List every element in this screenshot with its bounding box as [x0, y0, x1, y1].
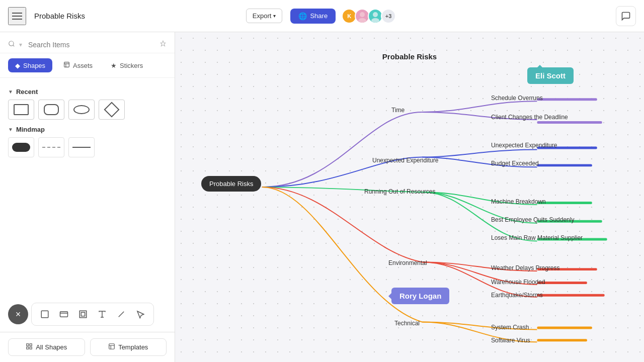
grid-icon — [26, 343, 33, 351]
rory-logan-tooltip: Rory Logan — [391, 288, 449, 304]
mindmap-solid-line[interactable] — [68, 137, 95, 157]
svg-point-2 — [373, 12, 378, 17]
assets-icon — [63, 61, 70, 69]
svg-rect-8 — [27, 347, 29, 349]
svg-rect-15 — [537, 98, 597, 101]
templates-button[interactable]: Templates — [90, 338, 167, 356]
svg-rect-18 — [537, 164, 592, 166]
tab-shapes[interactable]: ◆ Shapes — [8, 58, 52, 72]
eli-scott-tooltip: Eli Scott — [527, 67, 574, 84]
mindmap-dashed-line[interactable] — [38, 137, 64, 157]
center-node[interactable]: Probable Risks — [201, 176, 261, 192]
svg-rect-11 — [41, 311, 48, 318]
text-tool-button[interactable] — [93, 305, 111, 323]
tab-assets[interactable]: Assets — [56, 58, 100, 72]
menu-button[interactable] — [8, 7, 26, 25]
shape-rectangle[interactable] — [8, 100, 34, 120]
svg-rect-12 — [60, 312, 68, 317]
svg-rect-16 — [537, 121, 602, 124]
svg-point-1 — [358, 18, 366, 23]
line-tool-button[interactable] — [112, 305, 130, 323]
mindmap-section-header[interactable]: ▼ Mindmap — [8, 126, 167, 133]
svg-rect-20 — [537, 220, 602, 223]
svg-rect-23 — [537, 282, 587, 284]
svg-point-3 — [371, 18, 379, 23]
share-button[interactable]: 🌐 Share — [290, 9, 336, 24]
svg-rect-5 — [64, 62, 69, 67]
search-input[interactable] — [28, 41, 155, 49]
svg-rect-17 — [537, 147, 597, 149]
globe-icon: 🌐 — [298, 12, 307, 20]
container-tool-button[interactable] — [55, 305, 73, 323]
search-icon — [8, 40, 15, 49]
chevron-down-icon: ▾ — [273, 13, 276, 19]
svg-rect-14 — [81, 312, 85, 316]
avatar-overflow-count: +3 — [381, 9, 396, 24]
recent-shapes-grid — [8, 100, 167, 120]
panel-tabs: ◆ Shapes Assets ★ Stickers — [0, 53, 175, 78]
rect-tool-button[interactable] — [36, 305, 54, 323]
svg-rect-13 — [79, 311, 87, 318]
svg-point-0 — [360, 12, 365, 17]
recent-section-header[interactable]: ▼ Recent — [8, 88, 167, 96]
svg-rect-21 — [537, 238, 607, 241]
frame-tool-button[interactable] — [74, 305, 92, 323]
close-button[interactable]: × — [8, 304, 28, 324]
svg-rect-25 — [537, 326, 592, 329]
shape-diamond[interactable] — [99, 100, 125, 120]
comment-button[interactable] — [616, 6, 636, 26]
shape-ellipse[interactable] — [68, 100, 95, 120]
svg-rect-26 — [537, 339, 587, 341]
sidebar: ▾ ◆ Shapes Assets — [0, 32, 175, 362]
header: Probable Risks Export ▾ 🌐 Share K +3 — [0, 0, 644, 32]
shapes-icon: ◆ — [15, 62, 20, 69]
mindmap-shapes-grid — [8, 137, 167, 157]
tab-stickers[interactable]: ★ Stickers — [104, 58, 150, 72]
sidebar-bottom-actions: All Shapes Templates — [0, 332, 175, 362]
svg-point-4 — [9, 41, 14, 46]
all-shapes-button[interactable]: All Shapes — [8, 338, 85, 356]
pin-icon[interactable] — [159, 40, 167, 49]
export-button[interactable]: Export ▾ — [246, 9, 283, 23]
mindmap-pill-shape[interactable] — [8, 137, 34, 157]
svg-rect-6 — [27, 344, 29, 346]
bottom-toolbar: × — [8, 303, 154, 326]
svg-rect-10 — [109, 344, 115, 349]
chevron-down-icon: ▼ — [8, 127, 13, 132]
search-dropdown-icon[interactable]: ▾ — [19, 41, 22, 48]
mindmap-svg — [175, 32, 644, 362]
shape-rounded-rect[interactable] — [38, 100, 64, 120]
svg-rect-19 — [537, 202, 592, 204]
document-title: Probable Risks — [34, 12, 238, 20]
close-icon: × — [16, 309, 21, 320]
pointer-tool-button[interactable] — [131, 305, 149, 323]
svg-rect-9 — [30, 347, 32, 349]
templates-icon — [108, 343, 115, 351]
collaborators-avatars: K +3 — [344, 9, 396, 24]
main-layout: ▾ ◆ Shapes Assets — [0, 32, 644, 362]
search-bar: ▾ — [0, 32, 175, 53]
chevron-down-icon: ▼ — [8, 89, 13, 95]
svg-rect-7 — [30, 344, 32, 346]
stickers-icon: ★ — [111, 62, 117, 69]
diagram-canvas[interactable]: Probable Risks — [175, 32, 644, 362]
panel-content: ▼ Recent ▼ Mindmap — [0, 78, 175, 332]
svg-rect-22 — [537, 268, 597, 270]
svg-rect-24 — [537, 294, 604, 297]
